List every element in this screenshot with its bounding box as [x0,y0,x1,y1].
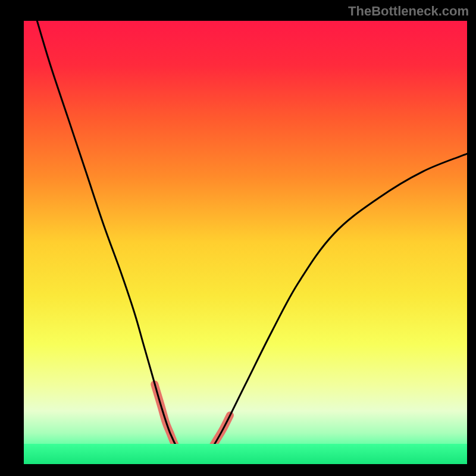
green-band [24,444,467,464]
curve-layer [24,21,467,464]
plot-area [24,21,467,464]
bottleneck-curve [37,21,467,459]
chart-stage: TheBottleneck.com [0,0,476,476]
watermark-text: TheBottleneck.com [348,4,469,19]
